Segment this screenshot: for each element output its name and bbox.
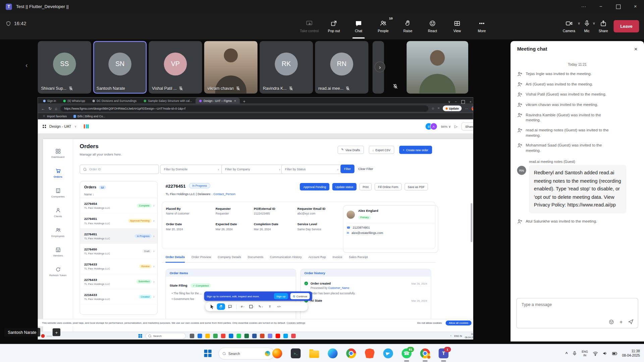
comment-tool-icon[interactable] (226, 303, 234, 310)
taskbar-app-icon[interactable] (272, 349, 282, 358)
people-button[interactable]: 10 People (373, 16, 393, 37)
window-more-button[interactable]: ··· (575, 0, 592, 13)
browser-tab[interactable]: (6) WhatsApp × (60, 98, 89, 104)
bookmark-item[interactable]: Bills | Billing and Co... (73, 115, 105, 118)
app-icon[interactable] (283, 334, 288, 338)
pin-presenter-button[interactable]: + (53, 328, 60, 336)
code-tool-icon[interactable]: </> (275, 303, 283, 310)
browser-minimize-icon[interactable]: − (455, 100, 457, 104)
new-tab-button[interactable]: + (243, 99, 246, 104)
browser-tab[interactable]: Sign in × (40, 98, 60, 104)
contact-phone-row[interactable]: ☎2123874901 (346, 226, 434, 229)
desktop-search-box[interactable]: Search (145, 333, 185, 339)
clear-filter-button[interactable]: Clear Filter (358, 167, 373, 171)
detail-action-button[interactable]: Save as PDF (405, 183, 428, 190)
window-maximize-button[interactable] (609, 0, 627, 13)
message-input[interactable] (517, 298, 635, 311)
strip-next-chevron[interactable]: › (375, 62, 385, 72)
taskbar-app-icon[interactable] (365, 349, 374, 358)
taskbar-app-icon[interactable]: ☎ 81 (402, 349, 412, 358)
figma-menu-icon[interactable] (43, 125, 46, 128)
widgets-button[interactable] (41, 334, 52, 338)
sign-up-button[interactable]: Sign up (274, 293, 288, 299)
more-button[interactable]: More (472, 16, 492, 37)
contact-person-link[interactable]: Contact_Person (213, 192, 235, 196)
detail-tab[interactable]: Company Details (218, 255, 241, 262)
shape-tool-icon[interactable]: ∨ (248, 303, 256, 310)
taskbar-app-icon[interactable]: T 1 (439, 349, 448, 358)
zoom-level[interactable]: 94% ∨ (441, 125, 451, 128)
figma-share-button[interactable]: Share (461, 122, 473, 130)
detail-tab[interactable]: Communication History (270, 255, 302, 262)
detail-tab[interactable]: Invoice (332, 255, 342, 262)
app-icon[interactable] (229, 334, 233, 338)
sidebar-item-dashboard[interactable]: Dashboard (45, 144, 71, 163)
order-row[interactable]: 2276450 TL Flex Holdings LLC Draft › (80, 244, 157, 259)
pen-tool-icon[interactable]: ✎∨ (257, 303, 265, 310)
share-button[interactable]: Share (599, 16, 608, 37)
view-drafts-button[interactable]: ✎View Drafts (338, 146, 364, 154)
google-continue-button[interactable]: GContinue (290, 293, 310, 299)
contact-email-row[interactable]: ✉alex@vstatefilings.com (346, 231, 434, 235)
camera-dropdown-chevron[interactable]: ∨ (578, 21, 580, 25)
bookmark-item[interactable]: ☆Import favorites (43, 115, 67, 118)
app-icon[interactable] (252, 334, 257, 338)
collaborator-avatar[interactable]: A (430, 123, 437, 130)
detail-tab[interactable]: Account Rep (308, 255, 326, 262)
spotlight-video-tile[interactable] (407, 41, 468, 94)
detail-tab[interactable]: Order Details (165, 255, 185, 263)
order-row[interactable]: 2276451 TL Flex Holdings LLC In Progress… (80, 229, 157, 244)
app-icon[interactable] (221, 334, 225, 338)
tray-chevron-icon[interactable]: ^ (450, 335, 451, 337)
filter-button[interactable]: Filter (340, 165, 355, 173)
browser-tab[interactable]: DC Divisions and Surroundings × (89, 98, 140, 104)
name-column-header[interactable]: Name ↓ (80, 192, 157, 198)
taskbar-app-icon[interactable]: >_ (291, 349, 301, 358)
participant-tile[interactable]: SS Shivani Sup... (38, 41, 91, 94)
participant-tile[interactable]: RK Ravindra K... (260, 41, 313, 94)
participant-tile[interactable]: VP Vishal Patil ... (149, 41, 202, 94)
doc-title-chevron[interactable]: ∨ (74, 125, 76, 128)
sidebar-item-orders[interactable]: Orders (45, 164, 71, 182)
chat-close-icon[interactable]: × (634, 46, 637, 52)
taskbar-app-icon[interactable] (420, 349, 430, 358)
taskbar-app-icon[interactable] (328, 349, 337, 358)
send-icon[interactable] (628, 319, 634, 324)
app-icon[interactable] (190, 334, 194, 338)
mic-dropdown-chevron[interactable]: ∨ (593, 21, 595, 25)
edge-update-button[interactable]: Update (443, 106, 462, 111)
taskbar-app-icon[interactable] (383, 349, 393, 358)
react-button[interactable]: React (422, 16, 443, 37)
tab-search-chevron[interactable]: ∨ (448, 100, 450, 104)
app-icon[interactable] (268, 334, 272, 338)
app-icon[interactable] (276, 334, 280, 338)
home-icon[interactable]: ⌂ (55, 106, 57, 111)
app-icon[interactable] (213, 334, 218, 338)
filter-domicile-select[interactable]: Filter by Domicile∨ (160, 165, 223, 174)
detail-tab[interactable]: Sales Receipt (349, 255, 368, 262)
order-row[interactable]: 2216433 TL Flex Holdings LLC Created › (80, 289, 157, 304)
app-icon[interactable] (245, 334, 249, 338)
detail-action-button[interactable]: Fill Online Form (375, 183, 401, 190)
page-scrollbar[interactable] (471, 203, 472, 242)
detail-tab[interactable]: Order Preview (192, 255, 211, 262)
window-close-button[interactable]: × (627, 0, 644, 13)
filter-company-select[interactable]: Filter by Company∨ (221, 165, 284, 174)
browser-maximize-icon[interactable] (462, 100, 465, 104)
app-icon[interactable] (236, 334, 241, 338)
app-icon[interactable] (198, 334, 202, 338)
browser-menu-icon[interactable]: ··· (465, 107, 468, 110)
view-button[interactable]: View (447, 16, 467, 37)
leave-button[interactable]: Leave (614, 20, 639, 33)
browser-tab[interactable]: Sample Salary Structure with cal... × (140, 98, 196, 104)
browser-tab[interactable]: Design - UAT – Figma × (196, 98, 239, 104)
order-row[interactable]: 2279451 TL Flex Holdings LLC Approval Pe… (80, 214, 157, 229)
taskbar-app-icon[interactable] (309, 350, 319, 358)
desktop-clock[interactable]: 11:3808-04-2025 (465, 333, 473, 339)
start-icon[interactable] (139, 334, 142, 338)
wifi-icon[interactable] (592, 351, 598, 356)
tab-close-icon[interactable]: × (234, 99, 236, 103)
hidden-icons-chevron[interactable]: ^ (566, 351, 568, 356)
text-tool-icon[interactable]: T (266, 303, 274, 310)
language-indicator[interactable]: ENG IN (454, 335, 462, 337)
